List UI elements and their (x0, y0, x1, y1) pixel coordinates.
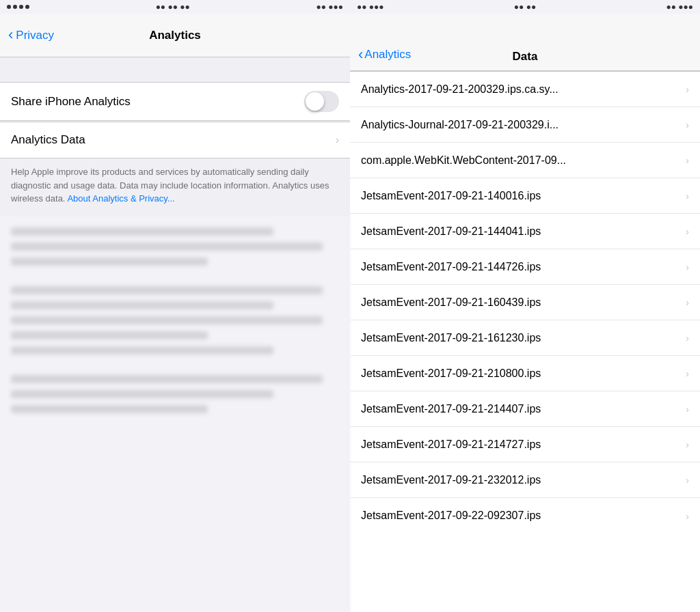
data-file-row[interactable]: JetsamEvent-2017-09-21-214407.ips› (350, 391, 700, 427)
battery-area: ●● ●●● (316, 2, 343, 12)
left-status-bar: ●● ●● ●● ●● ●●● (0, 0, 350, 14)
data-file-chevron-icon: › (686, 261, 689, 273)
blur-line-1 (11, 227, 273, 236)
data-file-chevron-icon: › (686, 403, 689, 415)
analytics-data-section: Analytics Data › (0, 122, 350, 158)
blur-line-9 (11, 375, 323, 383)
data-file-label: JetsamEvent-2017-09-21-144041.ips (361, 225, 680, 238)
share-analytics-toggle[interactable] (304, 91, 339, 112)
description-block: Help Apple improve its products and serv… (0, 158, 350, 217)
section-gap-top (0, 57, 350, 82)
share-analytics-row[interactable]: Share iPhone Analytics (0, 83, 350, 120)
data-file-chevron-icon: › (686, 225, 689, 237)
blurred-content (0, 217, 350, 613)
data-file-label: JetsamEvent-2017-09-21-160439.ips (361, 296, 680, 309)
analytics-data-chevron-icon: › (336, 134, 339, 146)
blur-line-10 (11, 390, 273, 398)
page-title: Analytics (149, 29, 201, 42)
description-text: Help Apple improve its products and serv… (11, 165, 339, 206)
back-to-privacy-button[interactable]: ‹ Privacy (8, 27, 54, 44)
data-file-label: com.apple.WebKit.WebContent-2017-09... (361, 154, 680, 167)
right-nav-bar: ‹ Analytics Data (350, 14, 700, 71)
data-file-chevron-icon: › (686, 119, 689, 130)
data-file-label: Analytics-2017-09-21-200329.ips.ca.sy... (361, 83, 680, 96)
right-panel: ●● ●●● ●● ●● ●● ●●● ‹ Analytics Data Ana… (350, 0, 700, 612)
blur-line-3 (11, 258, 208, 266)
data-file-label: JetsamEvent-2017-09-22-092307.ips (361, 510, 680, 522)
right-page-title: Data (513, 50, 538, 64)
data-file-row[interactable]: JetsamEvent-2017-09-21-144041.ips› (350, 214, 700, 249)
blur-line-4 (11, 286, 323, 294)
data-file-label: JetsamEvent-2017-09-21-214407.ips (361, 403, 680, 415)
back-chevron-icon: ‹ (8, 26, 13, 44)
analytics-toggle-section: Share iPhone Analytics (0, 82, 350, 121)
back-to-analytics-button[interactable]: ‹ Analytics (358, 46, 411, 64)
right-status-bar: ●● ●●● ●● ●● ●● ●●● (350, 0, 700, 14)
data-file-chevron-icon: › (686, 83, 689, 95)
blur-line-11 (11, 405, 208, 413)
data-file-row[interactable]: com.apple.WebKit.WebContent-2017-09...› (350, 143, 700, 178)
analytics-data-row[interactable]: Analytics Data › (0, 122, 350, 158)
data-file-row[interactable]: JetsamEvent-2017-09-21-161230.ips› (350, 320, 700, 356)
right-battery: ●● ●●● (666, 2, 693, 12)
data-file-chevron-icon: › (686, 190, 689, 201)
data-file-label: JetsamEvent-2017-09-21-232012.ips (361, 474, 680, 486)
right-back-chevron-icon: ‹ (358, 46, 363, 64)
analytics-data-label: Analytics Data (11, 133, 85, 147)
time-display: ●● ●● ●● (156, 2, 190, 12)
data-file-row[interactable]: Analytics-Journal-2017-09-21-200329.i...… (350, 107, 700, 143)
right-back-label[interactable]: Analytics (364, 48, 411, 61)
data-file-row[interactable]: JetsamEvent-2017-09-21-214727.ips› (350, 427, 700, 462)
data-file-row[interactable]: JetsamEvent-2017-09-22-092307.ips› (350, 498, 700, 533)
analytics-privacy-link[interactable]: About Analytics & Privacy... (67, 193, 174, 204)
blur-line-5 (11, 301, 273, 309)
blur-line-7 (11, 331, 208, 339)
data-file-row[interactable]: JetsamEvent-2017-09-21-140016.ips› (350, 178, 700, 214)
share-analytics-label: Share iPhone Analytics (11, 95, 131, 109)
signal-dots (7, 5, 29, 9)
data-file-chevron-icon: › (686, 510, 689, 522)
right-time: ●● ●● (514, 2, 536, 12)
data-file-row[interactable]: Analytics-2017-09-21-200329.ips.ca.sy...… (350, 72, 700, 107)
data-file-label: JetsamEvent-2017-09-21-214727.ips (361, 439, 680, 451)
data-file-row[interactable]: JetsamEvent-2017-09-21-210800.ips› (350, 356, 700, 391)
data-file-chevron-icon: › (686, 474, 689, 486)
blur-line-8 (11, 346, 273, 354)
toggle-thumb (306, 92, 324, 111)
data-file-chevron-icon: › (686, 367, 689, 379)
left-panel: ●● ●● ●● ●● ●●● ‹ Privacy Analytics Shar… (0, 0, 350, 612)
data-file-label: JetsamEvent-2017-09-21-210800.ips (361, 367, 680, 380)
data-file-label: Analytics-Journal-2017-09-21-200329.i... (361, 119, 680, 131)
data-file-list: Analytics-2017-09-21-200329.ips.ca.sy...… (350, 71, 700, 612)
data-file-row[interactable]: JetsamEvent-2017-09-21-144726.ips› (350, 249, 700, 285)
back-label[interactable]: Privacy (16, 29, 54, 42)
right-signal: ●● ●●● (357, 2, 384, 12)
data-file-chevron-icon: › (686, 154, 689, 166)
data-file-chevron-icon: › (686, 439, 689, 450)
data-file-label: JetsamEvent-2017-09-21-144726.ips (361, 261, 680, 273)
data-file-row[interactable]: JetsamEvent-2017-09-21-160439.ips› (350, 285, 700, 320)
left-nav-bar: ‹ Privacy Analytics (0, 14, 350, 57)
data-file-chevron-icon: › (686, 332, 689, 344)
blur-line-2 (11, 242, 323, 251)
blur-line-6 (11, 316, 323, 324)
data-file-label: JetsamEvent-2017-09-21-140016.ips (361, 190, 680, 202)
data-file-chevron-icon: › (686, 296, 689, 308)
data-file-row[interactable]: JetsamEvent-2017-09-21-232012.ips› (350, 462, 700, 498)
data-file-label: JetsamEvent-2017-09-21-161230.ips (361, 332, 680, 344)
